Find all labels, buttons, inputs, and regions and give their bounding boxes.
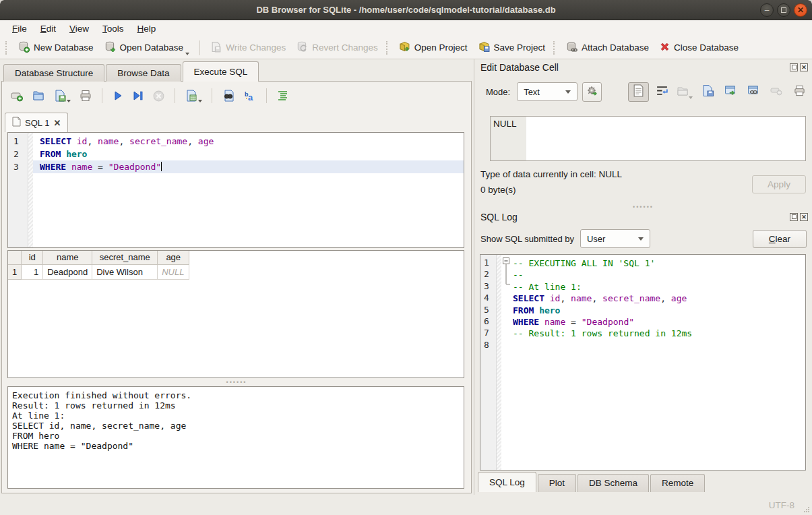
- mode-select[interactable]: Text: [517, 82, 577, 101]
- open-sql-tab-button[interactable]: [10, 89, 24, 102]
- maximize-button[interactable]: [777, 3, 790, 17]
- cell-secret-name[interactable]: Dive Wilson: [92, 264, 158, 279]
- save-sql-file-button[interactable]: [53, 89, 71, 102]
- code-line: SELECT id, name, secret_name, age: [33, 135, 464, 148]
- auto-switch-mode-button[interactable]: [582, 82, 602, 102]
- svg-text:a: a: [248, 92, 253, 102]
- menu-tools[interactable]: Tools: [96, 22, 131, 35]
- fold-markers[interactable]: [501, 255, 511, 470]
- printer-icon: [79, 89, 92, 102]
- execution-message-area[interactable]: Execution finished without errors. Resul…: [7, 386, 464, 489]
- import-icon: [677, 85, 689, 99]
- log-line: -- At line 1:: [511, 281, 805, 293]
- tab-database-structure[interactable]: Database Structure: [3, 64, 104, 82]
- toolbar-separator: [102, 88, 102, 103]
- print-cell-button[interactable]: [790, 84, 808, 99]
- column-header-name[interactable]: name: [43, 251, 92, 264]
- sql-log-dock-buttons: ✕: [790, 213, 808, 221]
- tab-browse-data[interactable]: Browse Data: [106, 64, 181, 82]
- cell-name[interactable]: Deadpond: [43, 264, 92, 279]
- save-project-button[interactable]: Save Project: [473, 38, 551, 58]
- close-icon[interactable]: ✕: [800, 213, 808, 221]
- sql-tab-label: SQL 1: [25, 118, 49, 128]
- float-icon[interactable]: [790, 213, 798, 221]
- cell-editor[interactable]: NULL: [490, 116, 806, 161]
- tab-db-schema[interactable]: DB Schema: [577, 474, 649, 492]
- export-button[interactable]: [699, 84, 716, 99]
- menu-edit[interactable]: Edit: [34, 22, 63, 35]
- minimize-button[interactable]: –: [760, 3, 774, 17]
- attach-database-button[interactable]: Attach Database: [561, 38, 654, 58]
- print-button[interactable]: [79, 89, 92, 102]
- open-file-icon: [32, 89, 45, 102]
- text-mode-button[interactable]: [628, 82, 649, 102]
- cell-age[interactable]: NULL: [158, 264, 189, 279]
- edit-cell-dock-buttons: ✕: [790, 63, 808, 71]
- execute-line-button[interactable]: [132, 90, 144, 102]
- editor-code-area[interactable]: SELECT id, name, secret_name, age FROM h…: [33, 133, 464, 247]
- app-window: DB Browser for SQLite - /home/user/code/…: [0, 0, 812, 515]
- submitter-select[interactable]: User: [580, 229, 650, 248]
- attach-database-icon: [566, 41, 577, 55]
- open-external-button[interactable]: [722, 85, 739, 98]
- cell-id[interactable]: 1: [22, 264, 43, 279]
- save-project-icon: [478, 41, 490, 55]
- close-icon: ✕: [797, 6, 804, 14]
- save-results-button[interactable]: [185, 89, 202, 102]
- stop-button: [152, 90, 165, 102]
- link-button[interactable]: [745, 85, 762, 98]
- clear-button[interactable]: Clear: [753, 230, 807, 248]
- autocomplete-button[interactable]: ba: [243, 89, 257, 102]
- exec-log-line: SELECT id, name, secret_name, age: [12, 421, 460, 431]
- tab-plot[interactable]: Plot: [538, 474, 576, 492]
- sql-file-tab[interactable]: SQL 1 ✕: [5, 113, 68, 132]
- revert-changes-button: Revert Changes: [291, 38, 383, 58]
- splitter-handle[interactable]: ••••••: [2, 380, 471, 384]
- open-database-button[interactable]: Open Database: [99, 38, 195, 58]
- close-icon[interactable]: ✕: [800, 63, 808, 71]
- tab-execute-sql[interactable]: Execute SQL: [183, 61, 259, 82]
- sql-file-tab-bar: SQL 1 ✕: [5, 113, 68, 132]
- sql-log-view[interactable]: 1 2 3 4 5 6 7 8 -- EXECUTING ALL IN 'SQL…: [480, 254, 806, 471]
- menu-help[interactable]: Help: [131, 22, 163, 35]
- close-database-button[interactable]: Close Database: [654, 38, 744, 58]
- gear-icon: [586, 85, 598, 99]
- column-header-secret-name[interactable]: secret_name: [92, 251, 158, 264]
- corner-header[interactable]: [8, 251, 22, 264]
- menu-file[interactable]: File: [5, 22, 34, 35]
- row-number[interactable]: 1: [8, 264, 22, 279]
- log-line-numbers: 1 2 3 4 5 6 7 8: [480, 255, 497, 470]
- column-header-id[interactable]: id: [22, 251, 43, 264]
- close-database-icon: [660, 42, 670, 54]
- open-project-icon: [399, 41, 410, 55]
- mode-value: Text: [524, 87, 540, 97]
- clear-label: Clear: [769, 234, 790, 244]
- dock-splitter-handle[interactable]: ••••••: [474, 205, 812, 209]
- resize-grip[interactable]: [803, 506, 810, 513]
- log-line: --: [511, 269, 805, 280]
- tab-remote[interactable]: Remote: [650, 474, 705, 492]
- toolbar-handle: [5, 41, 10, 55]
- format-indent-button[interactable]: [276, 89, 290, 102]
- log-code-area: -- EXECUTING ALL IN 'SQL 1' -- -- At lin…: [511, 255, 805, 470]
- close-tab-icon[interactable]: ✕: [53, 118, 61, 128]
- open-database-menu-caret[interactable]: [185, 53, 189, 55]
- close-button[interactable]: ✕: [794, 3, 807, 17]
- save-results-menu-caret[interactable]: [198, 100, 202, 102]
- log-line: -- EXECUTING ALL IN 'SQL 1': [511, 258, 805, 269]
- word-wrap-button[interactable]: [653, 85, 670, 98]
- find-button[interactable]: [222, 89, 235, 102]
- execute-all-button[interactable]: [112, 90, 124, 102]
- titlebar[interactable]: DB Browser for SQLite - /home/user/code/…: [0, 0, 812, 20]
- results-grid[interactable]: id name secret_name age 1 1 Deadpond Div…: [7, 250, 464, 378]
- new-database-button[interactable]: New Database: [13, 38, 99, 58]
- sql-code-editor[interactable]: 1 2 3 SELECT id, name, secret_name, age …: [7, 132, 464, 248]
- autocomplete-icon: ba: [243, 89, 257, 102]
- tab-sql-log[interactable]: SQL Log: [478, 472, 536, 492]
- menu-view[interactable]: View: [63, 22, 96, 35]
- open-project-button[interactable]: Open Project: [394, 38, 473, 58]
- column-header-age[interactable]: age: [158, 251, 189, 264]
- open-sql-file-button[interactable]: [32, 89, 45, 102]
- float-icon[interactable]: [790, 63, 798, 71]
- save-file-menu-caret[interactable]: [67, 100, 71, 102]
